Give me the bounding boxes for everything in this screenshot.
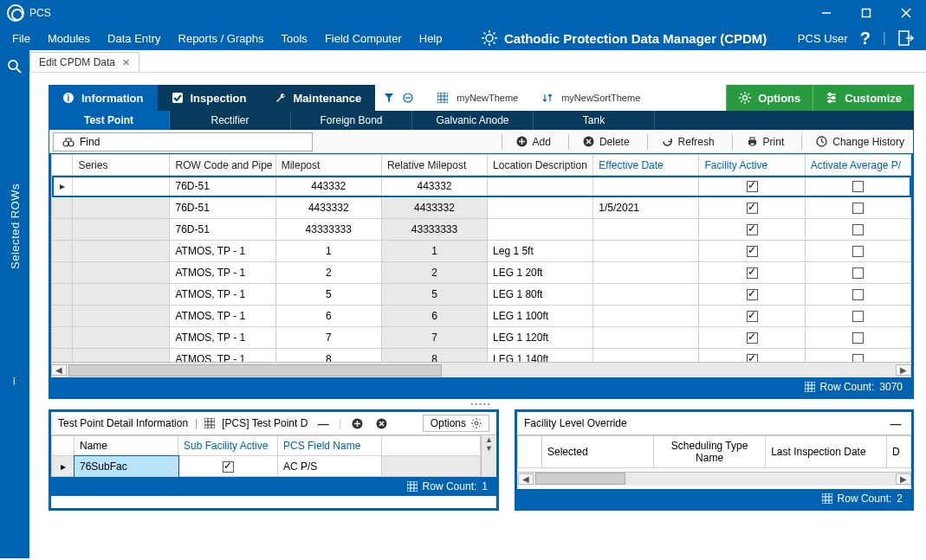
cell-milepost[interactable]: 43333333 xyxy=(275,219,381,241)
subtab-galvanic-anode[interactable]: Galvanic Anode xyxy=(412,111,534,130)
cell-rel-milepost[interactable]: 7 xyxy=(381,327,487,349)
refresh-button[interactable]: Refresh xyxy=(638,134,723,150)
detail-col-sub-active[interactable]: Sub Facility Active xyxy=(178,436,278,456)
cell-eff-date[interactable] xyxy=(593,327,699,349)
cell-location[interactable]: LEG 1 80ft xyxy=(488,284,593,306)
table-row[interactable]: ATMOS, TP - 188LEG 1 140ft xyxy=(52,349,911,363)
rail-grip-icon[interactable]: ┇ xyxy=(12,377,17,385)
cell-location[interactable] xyxy=(488,197,593,219)
tab-information[interactable]: i Information xyxy=(49,85,158,111)
table-row[interactable]: ▸76D-51443332443332 xyxy=(52,176,911,197)
detail-options-button[interactable]: Options xyxy=(423,415,489,432)
options-button[interactable]: Options xyxy=(726,85,813,111)
cell-series[interactable] xyxy=(73,176,170,197)
cell-milepost[interactable]: 8 xyxy=(275,349,381,363)
cell-milepost[interactable]: 2 xyxy=(275,262,381,284)
menu-file[interactable]: File xyxy=(3,29,39,48)
help-icon[interactable]: ? xyxy=(860,29,871,48)
table-row[interactable]: 76D-514333333343333333 xyxy=(52,219,911,241)
cell-rel-milepost[interactable]: 443332 xyxy=(381,176,487,197)
table-row[interactable]: 76D-51443333244333321/5/2021 xyxy=(52,197,911,219)
cell-avg[interactable] xyxy=(805,219,910,241)
main-grid[interactable]: Series ROW Code and Pipe Milepost Relati… xyxy=(51,154,911,362)
add-button[interactable]: Add xyxy=(493,134,560,150)
scroll-right-icon[interactable]: ▶ xyxy=(896,364,911,376)
override-grid[interactable]: Selected Scheduling Type Name Last Inspe… xyxy=(517,435,911,489)
cell-location[interactable] xyxy=(488,219,593,241)
cell-row-code[interactable]: ATMOS, TP - 1 xyxy=(170,306,275,327)
col-rel-milepost[interactable]: Relative Milepost xyxy=(381,155,487,176)
cell-series[interactable] xyxy=(73,219,170,241)
cell-facility-active[interactable] xyxy=(699,327,805,349)
cell-row-code[interactable]: 76D-51 xyxy=(170,219,275,241)
override-col-last-insp[interactable]: Last Inspection Date xyxy=(766,436,887,468)
cell-row-code[interactable]: ATMOS, TP - 1 xyxy=(170,262,275,284)
cell-location[interactable]: Leg 1 5ft xyxy=(488,241,593,262)
cell-series[interactable] xyxy=(73,241,170,262)
exit-icon[interactable] xyxy=(898,30,914,46)
cell-series[interactable] xyxy=(73,349,170,363)
cell-series[interactable] xyxy=(73,306,170,327)
tab-edit-cpdm-data[interactable]: Edit CPDM Data ✕ xyxy=(29,52,139,72)
cell-row-code[interactable]: ATMOS, TP - 1 xyxy=(170,349,275,363)
cell-facility-active[interactable] xyxy=(699,241,805,262)
delete-button[interactable]: Delete xyxy=(560,134,638,150)
col-effective-date[interactable]: Effective Date xyxy=(593,155,699,176)
table-row[interactable]: ATMOS, TP - 122LEG 1 20ft xyxy=(52,262,911,284)
cell-avg[interactable] xyxy=(805,327,910,349)
user-label[interactable]: PCS User xyxy=(798,32,848,45)
override-col-selected[interactable]: Selected xyxy=(541,436,653,468)
cell-series[interactable] xyxy=(73,284,170,306)
find-input[interactable]: Find xyxy=(53,132,313,151)
sort-theme-name[interactable]: myNewSortTheme xyxy=(561,93,640,103)
cell-avg[interactable] xyxy=(805,241,910,262)
tab-maintenance[interactable]: Maintenance xyxy=(261,85,376,111)
cell-eff-date[interactable] xyxy=(593,219,699,241)
grid-hscroll[interactable]: ◀ ▶ xyxy=(51,362,911,377)
cell-location[interactable]: LEG 1 100ft xyxy=(488,306,593,327)
cell-series[interactable] xyxy=(73,262,170,284)
cell-eff-date[interactable] xyxy=(593,306,699,327)
filter-icon[interactable] xyxy=(384,93,394,103)
theme-name[interactable]: myNewTheme xyxy=(457,93,518,103)
detail-row[interactable]: ▸ 76SubFac AC P/S xyxy=(52,456,481,477)
cell-series[interactable] xyxy=(73,197,170,219)
col-series[interactable]: Series xyxy=(73,155,170,176)
cell-series[interactable] xyxy=(73,327,170,349)
cell-rel-milepost[interactable]: 8 xyxy=(381,349,487,363)
cell-facility-active[interactable] xyxy=(699,306,805,327)
cell-row-code[interactable]: 76D-51 xyxy=(170,197,275,219)
table-row[interactable]: ATMOS, TP - 155LEG 1 80ft xyxy=(52,284,911,306)
menu-data-entry[interactable]: Data Entry xyxy=(99,29,169,48)
cell-eff-date[interactable] xyxy=(593,262,699,284)
cell-rel-milepost[interactable]: 5 xyxy=(381,284,487,306)
cell-facility-active[interactable] xyxy=(699,219,805,241)
selected-rows-panel-label[interactable]: Selected ROWs xyxy=(9,183,22,269)
col-location[interactable]: Location Description xyxy=(488,155,593,176)
change-history-button[interactable]: Change History xyxy=(793,134,913,150)
cell-rel-milepost[interactable]: 4433332 xyxy=(381,197,487,219)
detail-active-checkbox[interactable] xyxy=(223,461,234,473)
cell-rel-milepost[interactable]: 6 xyxy=(381,306,487,327)
cell-avg[interactable] xyxy=(805,197,910,219)
grid-icon[interactable] xyxy=(437,93,448,103)
cell-rel-milepost[interactable]: 2 xyxy=(381,262,487,284)
subtab-tank[interactable]: Tank xyxy=(534,111,655,130)
col-activate-avg[interactable]: Activate Average P/ xyxy=(805,155,910,176)
detail-add-button[interactable] xyxy=(348,415,366,432)
tab-close-icon[interactable]: ✕ xyxy=(122,57,130,68)
cell-row-code[interactable]: ATMOS, TP - 1 xyxy=(170,327,275,349)
subtab-test-point[interactable]: Test Point xyxy=(49,111,170,130)
detail-name-cell[interactable]: 76SubFac xyxy=(74,456,178,477)
cell-milepost[interactable]: 6 xyxy=(275,306,381,327)
cell-eff-date[interactable] xyxy=(593,241,699,262)
subtab-foreign-bond[interactable]: Foreign Bond xyxy=(291,111,412,130)
cell-location[interactable] xyxy=(488,176,593,197)
cell-rel-milepost[interactable]: 43333333 xyxy=(381,219,487,241)
cell-avg[interactable] xyxy=(805,306,910,327)
detail-vscroll[interactable]: ▲▼ xyxy=(481,435,496,477)
menu-field-computer[interactable]: Field Computer xyxy=(316,29,411,48)
filter-remove-icon[interactable] xyxy=(403,93,413,103)
scroll-left-icon[interactable]: ◀ xyxy=(51,364,67,376)
col-row-code[interactable]: ROW Code and Pipe xyxy=(170,155,275,176)
